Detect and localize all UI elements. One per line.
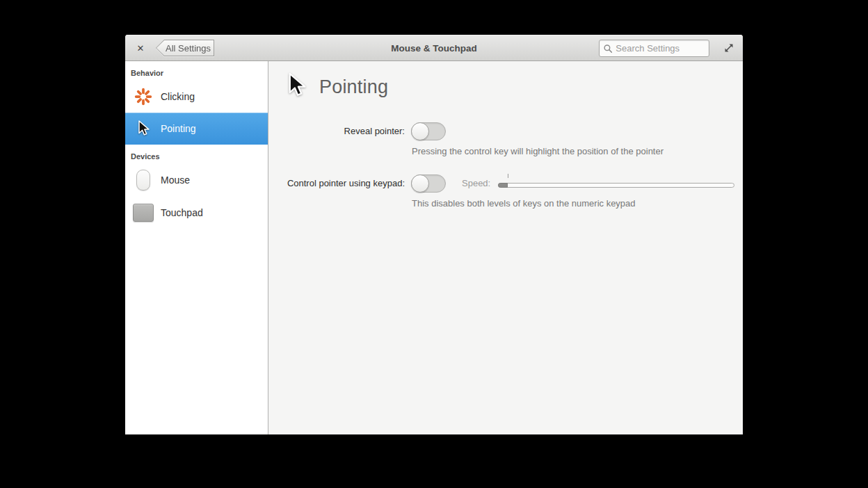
reveal-pointer-label: Reveal pointer: <box>269 126 405 136</box>
pointing-header-icon <box>284 72 308 99</box>
sidebar-item-touchpad[interactable]: Touchpad <box>125 196 268 229</box>
page-title: Pointing <box>319 76 388 98</box>
close-button[interactable]: ✕ <box>133 35 148 61</box>
speed-slider-fill <box>498 183 508 188</box>
sidebar: Behavior <box>125 61 268 434</box>
pointer-cursor-icon <box>132 120 154 138</box>
search-field[interactable] <box>599 40 709 57</box>
settings-window: ✕ All Settings Mouse & Touchpad Behavior <box>125 35 743 434</box>
all-settings-label: All Settings <box>166 43 211 54</box>
search-icon <box>604 44 612 54</box>
sidebar-item-pointing-label: Pointing <box>161 123 196 134</box>
sidebar-section-devices: Devices <box>131 151 160 162</box>
content-pane: Pointing Reveal pointer: Pressing the co… <box>269 61 743 434</box>
reveal-pointer-description: Pressing the control key will highlight … <box>412 146 664 156</box>
speed-slider[interactable] <box>498 183 734 188</box>
sidebar-item-pointing[interactable]: Pointing <box>125 113 268 145</box>
sidebar-section-behavior: Behavior <box>131 67 163 79</box>
window-body: Behavior <box>125 61 743 434</box>
search-input[interactable] <box>616 43 705 54</box>
sidebar-item-mouse-label: Mouse <box>161 174 190 186</box>
mouse-icon <box>132 170 154 190</box>
sidebar-item-touchpad-label: Touchpad <box>161 207 203 218</box>
keypad-pointer-description: This disables both levels of keys on the… <box>412 198 636 209</box>
maximize-icon[interactable] <box>723 42 734 54</box>
click-burst-icon <box>132 86 154 107</box>
sidebar-item-mouse[interactable]: Mouse <box>125 165 268 195</box>
slider-tick <box>508 174 508 178</box>
reveal-pointer-toggle[interactable] <box>411 122 446 140</box>
speed-label: Speed: <box>462 178 490 188</box>
toggle-knob <box>411 122 429 140</box>
toolbar: ✕ All Settings Mouse & Touchpad <box>125 35 743 61</box>
touchpad-icon <box>132 204 154 222</box>
keypad-pointer-toggle[interactable] <box>411 174 446 193</box>
desktop: { "window": { "title": "Mouse & Touchpad… <box>0 0 868 488</box>
toggle-knob <box>411 174 429 193</box>
sidebar-item-clicking[interactable]: Clicking <box>125 81 268 112</box>
all-settings-button[interactable]: All Settings <box>156 40 214 56</box>
sidebar-item-clicking-label: Clicking <box>161 91 195 102</box>
keypad-pointer-label: Control pointer using keypad: <box>269 178 405 188</box>
